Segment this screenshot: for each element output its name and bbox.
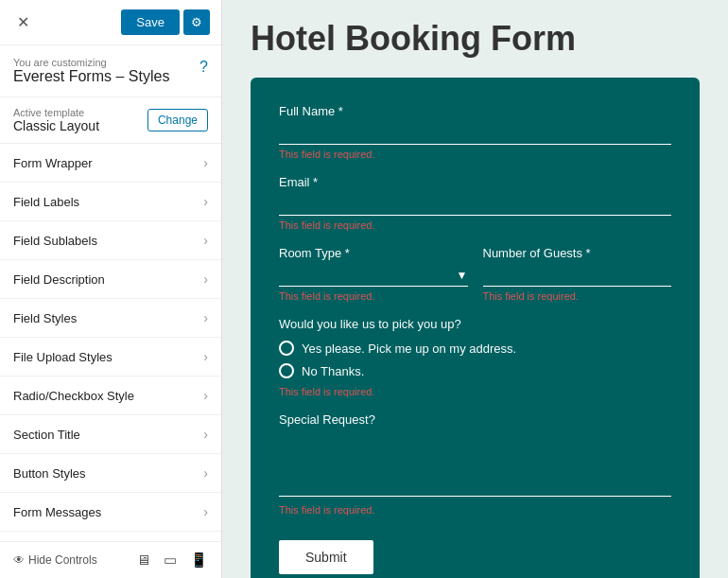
template-name: Classic Layout bbox=[13, 118, 147, 133]
full-name-input[interactable] bbox=[279, 122, 671, 145]
radio-yes-label[interactable]: Yes please. Pick me up on my address. bbox=[279, 341, 671, 356]
pickup-error: This field is required. bbox=[279, 386, 671, 397]
template-info: Active template Classic Layout bbox=[13, 107, 147, 133]
submit-button[interactable]: Submit bbox=[279, 540, 373, 574]
sidebar-item-form-wrapper[interactable]: Form Wrapper› bbox=[0, 144, 221, 183]
sidebar-item-field-description[interactable]: Field Description› bbox=[0, 260, 221, 299]
chevron-right-icon: › bbox=[203, 233, 208, 248]
close-button[interactable]: ✕ bbox=[11, 11, 35, 33]
radio-yes-text: Yes please. Pick me up on my address. bbox=[302, 342, 516, 356]
sidebar-item-section-title[interactable]: Section Title› bbox=[0, 415, 221, 454]
sidebar-item-additional-css[interactable]: Additional CSS› bbox=[0, 532, 221, 541]
sidebar-item-form-messages[interactable]: Form Messages› bbox=[0, 493, 221, 532]
radio-no-text: No Thanks. bbox=[302, 364, 364, 378]
menu-item-label: Radio/Checkbox Style bbox=[13, 389, 134, 403]
hide-controls-button[interactable]: 👁 Hide Controls bbox=[13, 553, 97, 567]
menu-item-label: Field Styles bbox=[13, 311, 77, 325]
guests-error: This field is required. bbox=[483, 290, 672, 302]
menu-item-label: Field Sublabels bbox=[13, 234, 97, 248]
guests-input[interactable] bbox=[483, 264, 672, 287]
room-type-wrapper: Single Double Suite ▼ bbox=[279, 264, 468, 287]
special-request-error: This field is required. bbox=[279, 504, 671, 516]
close-icon: ✕ bbox=[17, 14, 29, 30]
chevron-right-icon: › bbox=[203, 155, 208, 170]
room-type-error: This field is required. bbox=[279, 290, 468, 302]
desktop-preview-icon[interactable]: 🖥 bbox=[136, 552, 150, 569]
radio-yes-circle bbox=[279, 341, 294, 356]
sidebar-item-radio/checkbox-style[interactable]: Radio/Checkbox Style› bbox=[0, 377, 221, 415]
guests-label: Number of Guests * bbox=[483, 246, 672, 260]
email-label: Email * bbox=[279, 175, 671, 189]
customizing-subtitle: You are customizing bbox=[13, 57, 169, 68]
page-title: Hotel Booking Form bbox=[251, 19, 700, 59]
active-template-section: Active template Classic Layout Change bbox=[0, 97, 221, 144]
room-type-col: Room Type * Single Double Suite ▼ This f… bbox=[279, 246, 468, 302]
top-bar: ✕ Save ⚙ bbox=[0, 0, 221, 45]
tablet-preview-icon[interactable]: ▭ bbox=[164, 552, 177, 569]
full-name-error: This field is required. bbox=[279, 149, 671, 160]
sidebar-item-file-upload-styles[interactable]: File Upload Styles› bbox=[0, 338, 221, 377]
special-request-textarea[interactable] bbox=[279, 430, 671, 497]
chevron-right-icon: › bbox=[203, 349, 208, 364]
sidebar-item-button-styles[interactable]: Button Styles› bbox=[0, 454, 221, 493]
chevron-right-icon: › bbox=[203, 465, 208, 481]
form-card: Full Name * This field is required. Emai… bbox=[251, 78, 700, 578]
sidebar-item-field-labels[interactable]: Field Labels› bbox=[0, 183, 221, 221]
menu-item-label: Form Wrapper bbox=[13, 156, 93, 170]
eye-icon: 👁 bbox=[13, 553, 25, 567]
full-name-label: Full Name * bbox=[279, 104, 671, 118]
sidebar-item-field-styles[interactable]: Field Styles› bbox=[0, 299, 221, 338]
menu-item-label: Button Styles bbox=[13, 466, 86, 481]
special-request-group: Special Request? This field is required. bbox=[279, 412, 671, 516]
active-template-label: Active template bbox=[13, 107, 147, 118]
menu-list: Form Wrapper›Field Labels›Field Sublabel… bbox=[0, 144, 221, 541]
customizing-section: You are customizing Everest Forms – Styl… bbox=[0, 45, 221, 97]
save-group: Save ⚙ bbox=[121, 9, 210, 35]
left-panel: ✕ Save ⚙ You are customizing Everest For… bbox=[0, 0, 222, 578]
right-panel: Hotel Booking Form Full Name * This fiel… bbox=[222, 0, 728, 578]
chevron-right-icon: › bbox=[203, 504, 208, 519]
email-group: Email * This field is required. bbox=[279, 175, 671, 231]
customizing-title: Everest Forms – Styles bbox=[13, 68, 169, 85]
chevron-right-icon: › bbox=[203, 310, 208, 325]
save-button[interactable]: Save bbox=[121, 9, 180, 35]
radio-group: Yes please. Pick me up on my address. No… bbox=[279, 341, 671, 378]
chevron-right-icon: › bbox=[203, 271, 208, 287]
full-name-group: Full Name * This field is required. bbox=[279, 104, 671, 160]
special-request-label: Special Request? bbox=[279, 412, 671, 427]
bottom-bar: 👁 Hide Controls 🖥 ▭ 📱 bbox=[0, 541, 221, 578]
pickup-question: Would you like us to pick you up? bbox=[279, 317, 671, 331]
room-type-select[interactable]: Single Double Suite bbox=[279, 264, 468, 287]
room-type-label: Room Type * bbox=[279, 246, 468, 260]
email-input[interactable] bbox=[279, 193, 671, 216]
radio-no-label[interactable]: No Thanks. bbox=[279, 363, 671, 378]
chevron-right-icon: › bbox=[203, 388, 208, 403]
room-guests-row: Room Type * Single Double Suite ▼ This f… bbox=[279, 246, 671, 302]
chevron-right-icon: › bbox=[203, 194, 208, 209]
menu-item-label: Field Description bbox=[13, 272, 105, 287]
sidebar-item-field-sublabels[interactable]: Field Sublabels› bbox=[0, 221, 221, 260]
mobile-preview-icon[interactable]: 📱 bbox=[190, 552, 208, 569]
menu-item-label: Form Messages bbox=[13, 505, 101, 519]
hide-controls-label: Hide Controls bbox=[28, 553, 97, 567]
change-template-button[interactable]: Change bbox=[147, 109, 208, 131]
email-error: This field is required. bbox=[279, 219, 671, 231]
settings-button[interactable]: ⚙ bbox=[183, 9, 210, 35]
menu-item-label: Section Title bbox=[13, 428, 80, 442]
menu-item-label: Field Labels bbox=[13, 195, 79, 209]
guests-col: Number of Guests * This field is require… bbox=[483, 246, 672, 302]
customizing-info: You are customizing Everest Forms – Styl… bbox=[13, 57, 169, 85]
radio-no-circle bbox=[279, 363, 294, 378]
help-icon[interactable]: ? bbox=[199, 59, 208, 76]
menu-item-label: File Upload Styles bbox=[13, 350, 113, 364]
chevron-right-icon: › bbox=[203, 427, 208, 442]
bottom-icons: 🖥 ▭ 📱 bbox=[136, 552, 208, 569]
pickup-group: Would you like us to pick you up? Yes pl… bbox=[279, 317, 671, 397]
